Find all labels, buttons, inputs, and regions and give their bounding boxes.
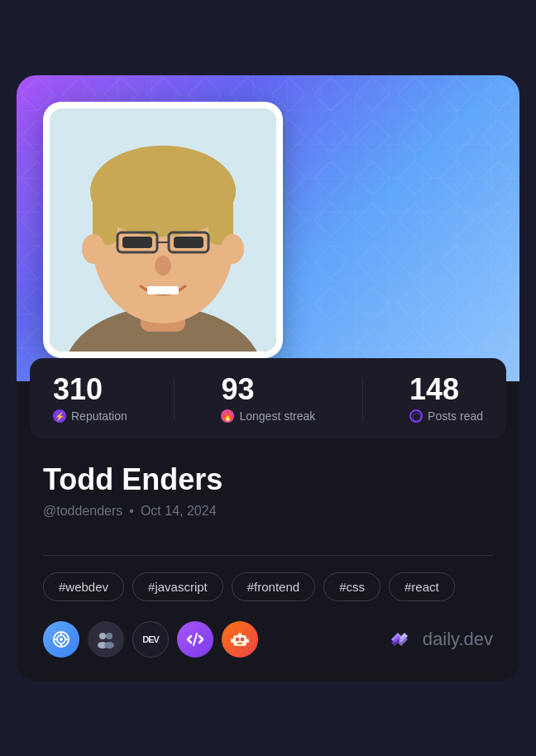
brand-name-suffix: .dev (458, 629, 493, 649)
avatar-frame (43, 102, 283, 358)
tag-css[interactable]: #css (323, 572, 380, 601)
tag-frontend[interactable]: #frontend (232, 572, 315, 601)
profile-section: Todd Enders @toddenders • Oct 14, 2024 (17, 439, 519, 538)
svg-rect-37 (246, 639, 249, 643)
profile-handle: @toddenders (43, 504, 122, 519)
tag-javascript[interactable]: #javascript (132, 572, 223, 601)
badges-row: DEV (43, 621, 258, 658)
posts-icon: ◯ (409, 409, 423, 423)
svg-rect-36 (231, 639, 233, 643)
profile-dot: • (129, 504, 134, 519)
svg-rect-17 (147, 286, 179, 294)
brand-logo: daily.dev (386, 624, 493, 654)
badge-community[interactable] (88, 621, 124, 658)
svg-point-28 (104, 642, 114, 648)
svg-rect-12 (174, 237, 203, 248)
profile-meta: @toddenders • Oct 14, 2024 (43, 504, 493, 519)
badge-mascot[interactable] (222, 621, 258, 658)
reputation-value: 310 (53, 375, 127, 404)
tag-webdev[interactable]: #webdev (43, 572, 124, 601)
streak-label: 🔥 Longest streak (221, 409, 315, 423)
brand-text: daily.dev (423, 629, 493, 650)
svg-point-10 (221, 234, 244, 264)
tag-react[interactable]: #react (389, 572, 455, 601)
stat-divider-1 (174, 379, 175, 419)
posts-label: ◯ Posts read (409, 409, 483, 423)
stats-bar: 310 ⚡ Reputation 93 🔥 Longest streak 148… (30, 358, 506, 439)
svg-point-35 (238, 630, 242, 634)
svg-point-16 (155, 256, 171, 275)
badge-target[interactable] (43, 621, 79, 658)
svg-rect-33 (237, 643, 242, 644)
badge-dev[interactable]: DEV (132, 621, 169, 658)
svg-rect-11 (122, 237, 152, 248)
posts-value: 148 (409, 375, 483, 404)
svg-point-25 (99, 633, 106, 639)
streak-stat: 93 🔥 Longest streak (221, 375, 315, 423)
svg-point-20 (60, 638, 63, 641)
tags-section: #webdev #javascript #frontend #css #reac… (17, 572, 519, 601)
bottom-section: DEV (17, 601, 519, 681)
svg-point-9 (82, 234, 105, 264)
avatar-wrapper (43, 102, 283, 358)
daily-dev-icon (386, 624, 416, 654)
avatar (50, 108, 276, 352)
card-header (17, 75, 519, 381)
profile-date: Oct 14, 2024 (141, 504, 217, 519)
reputation-label: ⚡ Reputation (53, 409, 127, 423)
svg-line-29 (194, 634, 197, 645)
streak-icon: 🔥 (221, 409, 234, 423)
reputation-icon: ⚡ (53, 409, 66, 423)
profile-divider (43, 555, 493, 556)
stat-divider-2 (362, 379, 363, 419)
svg-point-26 (106, 633, 112, 639)
streak-value: 93 (221, 375, 315, 404)
svg-rect-30 (233, 635, 246, 646)
profile-card: 310 ⚡ Reputation 93 🔥 Longest streak 148… (17, 75, 519, 681)
svg-rect-32 (241, 638, 244, 641)
posts-stat: 148 ◯ Posts read (409, 375, 483, 423)
reputation-stat: 310 ⚡ Reputation (53, 375, 127, 423)
profile-name: Todd Enders (43, 462, 493, 497)
svg-rect-31 (236, 638, 239, 641)
brand-name-main: daily (423, 629, 459, 649)
badge-code[interactable] (177, 621, 213, 658)
